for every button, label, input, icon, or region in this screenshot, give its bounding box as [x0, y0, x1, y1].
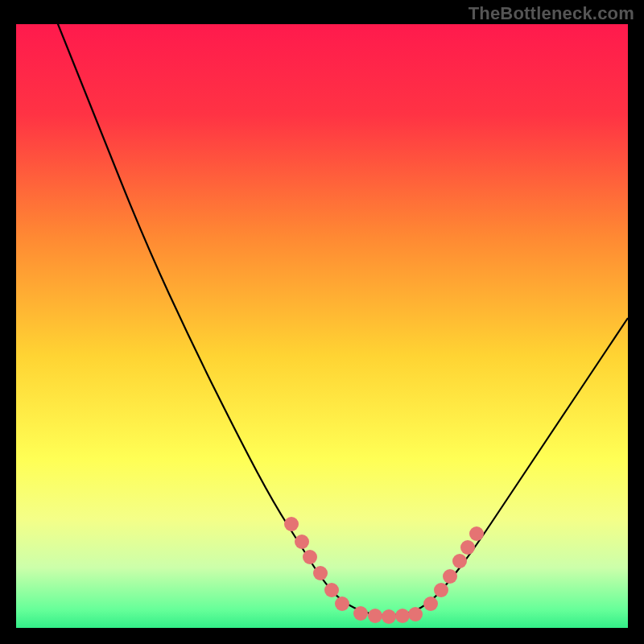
highlight-dot	[335, 597, 349, 611]
bottleneck-chart	[0, 0, 644, 644]
highlight-dot	[303, 550, 317, 564]
highlight-dot	[408, 607, 423, 621]
highlight-dot	[469, 526, 484, 541]
highlight-dot	[284, 517, 299, 531]
highlight-dot	[460, 540, 475, 555]
watermark-label: TheBottleneck.com	[469, 3, 634, 24]
highlight-dot	[423, 597, 438, 611]
highlight-dot	[313, 566, 328, 580]
highlight-dot	[368, 609, 382, 623]
gradient-background	[16, 24, 628, 628]
highlight-dot	[452, 554, 467, 568]
highlight-dot	[382, 609, 396, 624]
highlight-dot	[395, 609, 410, 623]
highlight-dot	[443, 569, 457, 584]
highlight-dot	[295, 535, 309, 549]
highlight-dot	[324, 583, 339, 597]
highlight-dot	[434, 583, 448, 597]
highlight-dot	[353, 606, 368, 621]
